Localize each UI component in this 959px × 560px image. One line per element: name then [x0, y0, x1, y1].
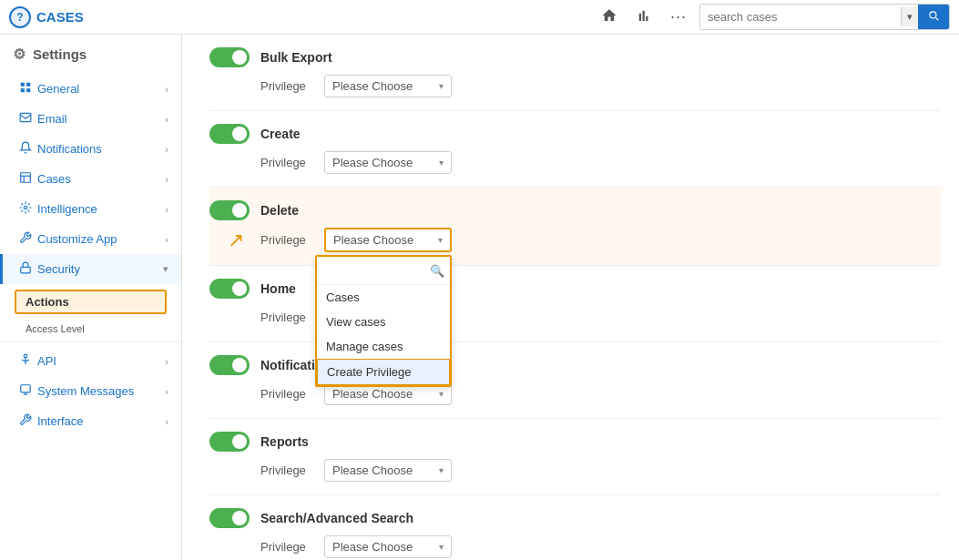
search-input[interactable] — [700, 6, 901, 27]
svg-rect-7 — [21, 173, 31, 183]
email-arrow: › — [165, 114, 168, 125]
field-search-privilege: Privilege Please Choose ▾ — [260, 535, 941, 558]
section-reports-title: Reports — [260, 434, 309, 449]
search-icon — [927, 9, 940, 22]
svg-rect-6 — [20, 113, 31, 121]
sidebar-item-interface[interactable]: Interface › — [0, 406, 181, 436]
select-create-arrow: ▾ — [439, 158, 444, 168]
select-search-arrow: ▾ — [439, 542, 444, 552]
svg-rect-14 — [21, 385, 31, 392]
section-reports-header: Reports — [209, 432, 941, 452]
privilege-dropdown: 🔍 Cases View cases Manage cases Create P… — [315, 255, 452, 387]
svg-rect-11 — [21, 267, 31, 272]
settings-header: ⚙ Settings — [0, 35, 181, 74]
sidebar-item-api[interactable]: API › — [0, 346, 181, 376]
dropdown-search-input[interactable] — [322, 260, 430, 280]
select-delete[interactable]: Please Choose ▾ — [324, 228, 452, 252]
notifications-icon — [19, 141, 32, 157]
chart-button[interactable] — [630, 4, 658, 31]
settings-label: Settings — [33, 46, 87, 62]
toggle-search[interactable] — [209, 508, 250, 528]
customize-icon — [19, 231, 32, 247]
section-search-title: Search/Advanced Search — [260, 511, 413, 525]
dropdown-item-create-privilege[interactable]: Create Privilege — [317, 359, 450, 385]
arrow-annotation: ↗ — [228, 229, 244, 252]
main-layout: ⚙ Settings General › Email › Notificatio… — [0, 35, 959, 560]
chart-icon — [636, 7, 652, 24]
cases-label: Cases — [37, 172, 165, 186]
notifications-arrow: › — [165, 144, 168, 155]
app-title: CASES — [36, 9, 84, 25]
more-button[interactable]: ··· — [665, 4, 692, 30]
home-button[interactable] — [596, 4, 623, 31]
sidebar-item-email[interactable]: Email › — [0, 104, 181, 134]
field-create-privilege: Privilege Please Choose ▾ — [260, 151, 941, 174]
toggle-reports[interactable] — [209, 432, 250, 452]
privilege-label-bulk-export: Privilege — [260, 79, 315, 93]
dropdown-item-cases[interactable]: Cases — [317, 285, 450, 310]
section-delete-title: Delete — [260, 203, 299, 218]
select-reports[interactable]: Please Choose ▾ — [324, 459, 452, 482]
intelligence-arrow: › — [165, 204, 168, 215]
sections-container: Bulk Export Privilege Please Choose ▾ — [182, 35, 959, 560]
select-delete-arrow: ▾ — [438, 235, 443, 245]
section-bulk-export: Bulk Export Privilege Please Choose ▾ — [209, 35, 941, 111]
access-level-label: Access Level — [0, 320, 181, 338]
customize-arrow: › — [165, 234, 168, 245]
section-delete-header: Delete — [209, 200, 941, 220]
intelligence-icon — [19, 201, 32, 217]
svg-rect-4 — [21, 88, 25, 92]
field-reports-privilege: Privilege Please Choose ▾ — [260, 459, 941, 482]
select-search[interactable]: Please Choose ▾ — [324, 535, 452, 558]
sidebar-item-security[interactable]: Security ▾ — [0, 254, 181, 284]
api-label: API — [37, 354, 165, 368]
sidebar: ⚙ Settings General › Email › Notificatio… — [0, 35, 182, 560]
cases-icon — [19, 171, 32, 187]
app-logo: ? CASES — [9, 6, 191, 28]
api-arrow: › — [165, 356, 168, 367]
svg-point-10 — [24, 206, 27, 209]
privilege-label-reports: Privilege — [260, 463, 315, 477]
sidebar-item-notifications[interactable]: Notifications › — [0, 134, 181, 164]
sidebar-item-customize[interactable]: Customize App › — [0, 224, 181, 254]
select-create[interactable]: Please Choose ▾ — [324, 151, 452, 174]
section-bulk-export-header: Bulk Export — [209, 47, 941, 67]
toggle-create[interactable] — [209, 124, 250, 144]
search-dropdown-button[interactable]: ▾ — [901, 7, 918, 26]
sidebar-item-system-messages[interactable]: System Messages › — [0, 376, 181, 406]
section-create: Create Privilege Please Choose ▾ — [209, 111, 941, 188]
toggle-bulk-export[interactable] — [209, 47, 250, 67]
select-delete-value: Please Choose — [333, 233, 433, 247]
main-content: ‹ Bulk Export Privilege Please Choose ▾ — [182, 35, 959, 560]
interface-label: Interface — [37, 414, 165, 428]
toggle-notifications[interactable] — [209, 355, 250, 375]
svg-point-12 — [24, 354, 27, 358]
sidebar-item-cases[interactable]: Cases › — [0, 164, 181, 194]
select-notifications-arrow: ▾ — [439, 389, 444, 399]
sidebar-item-general[interactable]: General › — [0, 74, 181, 104]
dropdown-item-view-cases[interactable]: View cases — [317, 310, 450, 334]
privilege-label-notifications: Privilege — [260, 387, 315, 401]
general-label: General — [37, 82, 165, 96]
sidebar-subitem-actions[interactable]: Actions — [15, 290, 167, 314]
actions-label: Actions — [26, 295, 69, 309]
gear-icon: ⚙ — [13, 46, 26, 63]
api-icon — [19, 353, 32, 369]
logo-icon: ? — [9, 6, 31, 28]
dropdown-item-manage-cases[interactable]: Manage cases — [317, 334, 450, 359]
section-bulk-export-title: Bulk Export — [260, 50, 332, 65]
section-create-header: Create — [209, 124, 941, 144]
sidebar-item-intelligence[interactable]: Intelligence › — [0, 194, 181, 224]
select-bulk-export[interactable]: Please Choose ▾ — [324, 75, 452, 97]
section-reports: Reports Privilege Please Choose ▾ — [209, 419, 941, 495]
toggle-home[interactable] — [209, 279, 250, 299]
search-button[interactable] — [918, 5, 949, 29]
email-label: Email — [37, 112, 165, 126]
general-icon — [19, 81, 32, 97]
svg-rect-3 — [26, 83, 30, 87]
select-search-value: Please Choose — [332, 540, 434, 554]
select-bulk-export-value: Please Choose — [332, 79, 434, 93]
dropdown-search-row: 🔍 — [317, 257, 450, 285]
toggle-delete[interactable] — [209, 200, 250, 220]
svg-rect-5 — [26, 88, 30, 92]
